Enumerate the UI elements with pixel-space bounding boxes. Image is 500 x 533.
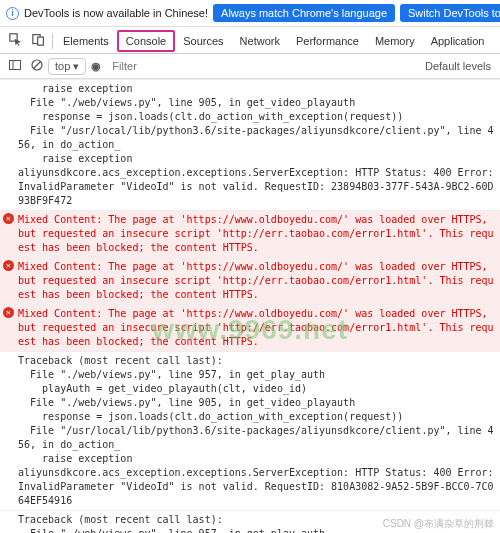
info-bar: i DevTools is now available in Chinese! …: [0, 0, 500, 27]
divider: [52, 33, 53, 49]
tab-elements[interactable]: Elements: [55, 30, 117, 52]
log-levels-selector[interactable]: Default levels: [420, 57, 496, 75]
tab-performance[interactable]: Performance: [288, 30, 367, 52]
console-entry-err: ✕Mixed Content: The page at 'https://www…: [0, 210, 500, 257]
clear-console-icon[interactable]: [26, 56, 48, 76]
console-entry-trace: Traceback (most recent call last): File …: [0, 351, 500, 510]
svg-rect-2: [38, 37, 44, 45]
live-expression-icon[interactable]: ◉: [86, 57, 106, 76]
tab-security[interactable]: Security: [492, 30, 500, 52]
info-icon: i: [6, 7, 19, 20]
context-selector[interactable]: top ▾: [48, 58, 86, 75]
filter-input[interactable]: [110, 59, 420, 73]
error-icon: ✕: [3, 213, 14, 224]
sidebar-toggle-icon[interactable]: [4, 56, 26, 76]
error-icon: ✕: [3, 260, 14, 271]
console-entry-trace: raise exception File "./web/views.py", l…: [0, 79, 500, 210]
svg-rect-3: [10, 61, 21, 70]
tab-memory[interactable]: Memory: [367, 30, 423, 52]
inspect-icon[interactable]: [4, 29, 27, 53]
switch-chinese-button[interactable]: Switch DevTools to Chinese: [400, 4, 500, 22]
console-toolbar: top ▾ ◉ Default levels: [0, 54, 500, 79]
info-text: DevTools is now available in Chinese!: [24, 7, 208, 19]
footer-attribution: CSDN @布满杂草的荆棘: [383, 517, 494, 531]
console-output: raise exception File "./web/views.py", l…: [0, 79, 500, 533]
devtools-tabs: Elements Console Sources Network Perform…: [0, 27, 500, 54]
device-toolbar-icon[interactable]: [27, 29, 50, 53]
console-entry-err: ✕Mixed Content: The page at 'https://www…: [0, 304, 500, 351]
svg-line-6: [34, 62, 41, 69]
tab-network[interactable]: Network: [232, 30, 288, 52]
match-language-button[interactable]: Always match Chrome's language: [213, 4, 395, 22]
tab-application[interactable]: Application: [423, 30, 493, 52]
tab-console[interactable]: Console: [117, 30, 175, 52]
tab-sources[interactable]: Sources: [175, 30, 231, 52]
console-entry-err: ✕Mixed Content: The page at 'https://www…: [0, 257, 500, 304]
error-icon: ✕: [3, 307, 14, 318]
